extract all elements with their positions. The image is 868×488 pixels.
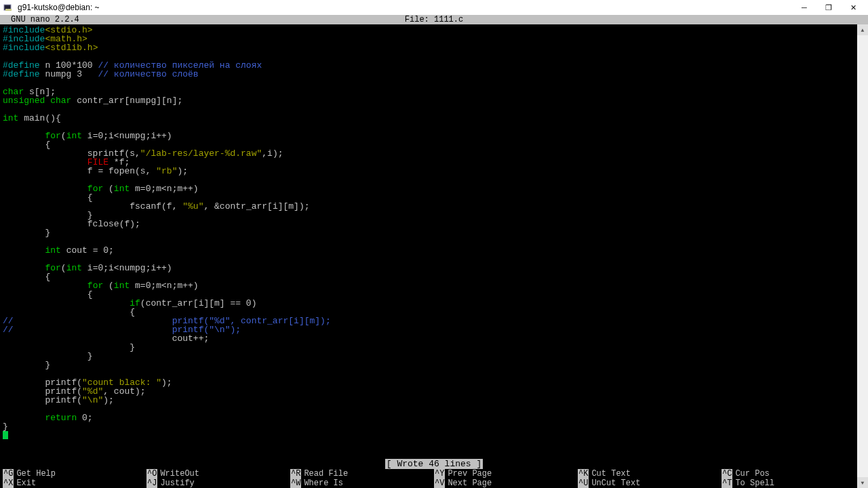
window-titlebar: g91-kutsko@debian: ~ ─ ❐ ✕ <box>0 0 868 15</box>
nano-app-version: GNU nano 2.2.4 <box>11 15 79 24</box>
vertical-scrollbar[interactable]: ▲ ▼ <box>857 24 868 488</box>
shortcut-justify[interactable]: ^JJustify <box>146 479 290 488</box>
shortcut-read-file[interactable]: ^RRead File <box>290 469 434 479</box>
shortcut-to-spell[interactable]: ^TTo Spell <box>722 479 865 488</box>
shortcut-get-help[interactable]: ^GGet Help <box>3 469 146 479</box>
maximize-button[interactable]: ❐ <box>816 0 841 15</box>
editor-area[interactable]: #include<stdio.h> #include<math.h> #incl… <box>0 24 868 458</box>
shortcut-next-page[interactable]: ^VNext Page <box>434 479 578 488</box>
shortcut-cur-pos[interactable]: ^CCur Pos <box>722 469 865 479</box>
window-controls: ─ ❐ ✕ <box>792 0 865 15</box>
close-button[interactable]: ✕ <box>841 0 865 15</box>
putty-icon <box>3 2 14 13</box>
nano-file-label: File: 1111.c <box>405 15 463 24</box>
scroll-up-arrow-icon[interactable]: ▲ <box>857 24 868 35</box>
nano-status-text: [ Wrote 46 lines ] <box>385 459 483 469</box>
shortcut-where-is[interactable]: ^WWhere Is <box>290 479 434 488</box>
shortcut-writeout[interactable]: ^OWriteOut <box>146 469 290 479</box>
window-title: g91-kutsko@debian: ~ <box>18 3 792 12</box>
text-cursor <box>3 431 8 439</box>
shortcut-prev-page[interactable]: ^YPrev Page <box>434 469 578 479</box>
minimize-button[interactable]: ─ <box>792 0 816 15</box>
shortcut-uncut-text[interactable]: ^UUnCut Text <box>578 479 722 488</box>
svg-rect-1 <box>5 9 12 11</box>
nano-header: GNU nano 2.2.4 File: 1111.c <box>0 15 868 24</box>
nano-status-line: [ Wrote 46 lines ] <box>0 459 868 469</box>
nano-shortcuts: ^GGet Help ^OWriteOut ^RRead File ^YPrev… <box>0 469 868 488</box>
shortcut-cut-text[interactable]: ^KCut Text <box>578 469 722 479</box>
code-content: #include<stdio.h> #include<math.h> #incl… <box>3 26 865 441</box>
scroll-down-arrow-icon[interactable]: ▼ <box>857 477 868 488</box>
shortcut-exit[interactable]: ^XExit <box>3 479 146 488</box>
